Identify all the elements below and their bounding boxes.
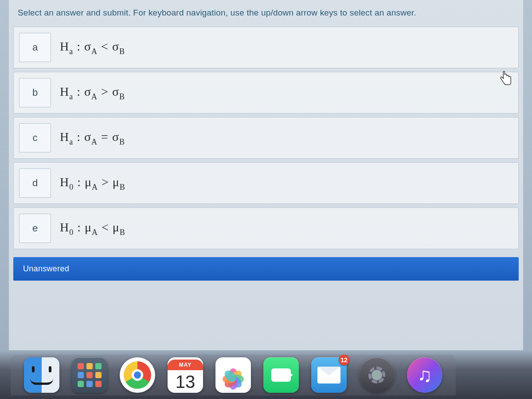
option-d[interactable]: d H0 : μA > μB [13,162,519,204]
option-letter: c [19,123,51,153]
calendar-month: MAY [168,360,203,370]
option-letter: d [19,168,51,198]
chrome-icon[interactable] [120,357,155,393]
mail-badge: 12 [339,355,349,365]
option-formula: Ha : σA > σB [56,85,125,101]
option-letter: b [19,78,51,107]
finder-icon[interactable] [24,357,59,393]
mail-icon[interactable]: 12 [311,357,347,393]
status-unanswered: Unanswered [13,257,519,281]
quiz-panel: Select an answer and submit. For keyboar… [9,0,523,350]
facetime-icon[interactable] [263,357,299,393]
option-b[interactable]: b Ha : σA > σB [13,72,519,113]
option-formula: H0 : μA > μB [56,175,125,192]
instruction-text: Select an answer and submit. For keyboar… [9,0,523,27]
system-preferences-icon[interactable] [359,357,395,393]
dock: MAY 13 12 ♫ [11,355,456,395]
itunes-icon[interactable]: ♫ [407,357,442,393]
option-formula: Ha : σA = σB [56,130,125,146]
calendar-icon[interactable]: MAY 13 [168,357,203,393]
option-e[interactable]: e H0 : μA < μB [13,207,519,249]
option-formula: Ha : σA < σB [56,39,125,56]
calendar-day: 13 [176,370,196,391]
option-a[interactable]: a Ha : σA < σB [13,27,519,68]
option-letter: a [19,33,51,62]
option-letter: e [19,214,51,243]
option-formula: H0 : μA < μB [56,220,125,237]
dock-background: MAY 13 12 ♫ [0,350,532,399]
photos-icon[interactable] [215,357,251,393]
option-c[interactable]: c Ha : σA = σB [13,117,519,159]
launchpad-icon[interactable] [72,357,107,393]
options-list: a Ha : σA < σB b Ha : σA > σB c Ha [9,27,523,249]
